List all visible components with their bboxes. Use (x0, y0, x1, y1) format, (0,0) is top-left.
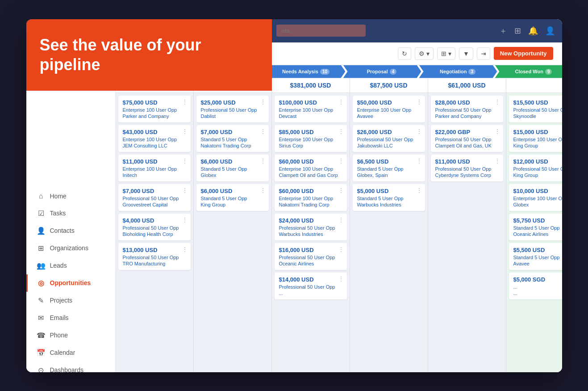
opp-card[interactable]: $100,000 USD Enterprise 100 User Opp Dev… (275, 96, 347, 122)
opp-card[interactable]: $12,000 USD Professional 50 User Opp Kin… (509, 155, 562, 181)
card-menu-icon[interactable]: ⋮ (182, 98, 188, 105)
sidebar-item-organizations[interactable]: ⊞ Organizations (26, 240, 115, 257)
card-menu-icon[interactable]: ⋮ (338, 128, 344, 135)
card-menu-icon[interactable]: ⋮ (416, 128, 422, 135)
sidebar-item-projects[interactable]: ✎ Projects (26, 292, 115, 309)
sidebar-item-dashboards[interactable]: ⊙ Dashboards (26, 362, 115, 372)
card-menu-icon[interactable]: ⋮ (182, 157, 188, 164)
opp-card[interactable]: $5,500 USD Standard 5 User Opp Avavee ⋮ (509, 243, 562, 270)
sidebar-item-opportunities[interactable]: ◎ Opportunities (26, 274, 115, 292)
card-company: Warbucks Industries (279, 231, 342, 237)
stage-header-proposal: Proposal 4 (343, 65, 421, 78)
card-menu-icon[interactable]: ⋮ (494, 128, 500, 135)
sidebar-item-leads[interactable]: 👥 Leads (26, 257, 115, 274)
opp-card[interactable]: $25,000 USD Professional 50 User Opp Dab… (196, 96, 269, 122)
bell-icon[interactable]: 🔔 (528, 26, 538, 36)
user-icon[interactable]: 👤 (545, 26, 555, 36)
search-input[interactable] (276, 25, 366, 37)
sidebar-item-calendar[interactable]: 📅 Calendar (26, 344, 115, 362)
card-menu-icon[interactable]: ⋮ (416, 157, 422, 164)
opp-card[interactable]: $14,000 USD Professional 50 User Opp ...… (275, 273, 347, 299)
opp-card[interactable]: $11,000 USD Enterprise 100 User Opp Init… (118, 155, 191, 181)
card-company: King Group (513, 172, 562, 178)
card-menu-icon[interactable]: ⋮ (182, 187, 188, 194)
sidebar-item-home[interactable]: ⌂ Home (26, 188, 115, 205)
opp-card[interactable]: $5,750 USD Standard 5 User Opp Oceanic A… (509, 214, 562, 240)
card-amount: $50,000 USD (357, 99, 421, 106)
opp-card[interactable]: $60,000 USD Enterprise 100 User Opp Clam… (275, 155, 347, 181)
card-menu-icon[interactable]: ⋮ (494, 98, 500, 105)
card-amount: $75,000 USD (123, 99, 186, 106)
sidebar-item-label: Emails (50, 314, 69, 321)
sidebar-item-phone[interactable]: ☎ Phone (26, 327, 115, 344)
opp-card[interactable]: $15,500 USD Professional 50 User Opp Sky… (509, 96, 562, 122)
opp-card[interactable]: $15,000 USD Enterprise 100 User Opp King… (509, 125, 562, 152)
view-button[interactable]: ⊞ ▾ (437, 47, 455, 60)
card-menu-icon[interactable]: ⋮ (338, 157, 344, 164)
card-amount: $25,000 USD (201, 99, 264, 106)
card-menu-icon[interactable]: ⋮ (182, 246, 188, 253)
top-bar-icons: ＋ ⊞ 🔔 👤 (499, 25, 555, 36)
card-amount: $5,500 USD (513, 247, 562, 253)
card-menu-icon[interactable]: ⋮ (494, 157, 500, 164)
card-menu-icon[interactable]: ⋮ (338, 275, 344, 282)
opp-card[interactable]: $24,000 USD Professional 50 User Opp War… (275, 214, 347, 240)
organizations-icon: ⊞ (37, 244, 46, 252)
dashboards-icon: ⊙ (37, 366, 46, 372)
sidebar: ⌂ Home ☑ Tasks 👤 Contacts ⊞ Organization… (26, 42, 116, 372)
card-menu-icon[interactable]: ⋮ (416, 187, 422, 194)
sidebar-item-label: Projects (50, 297, 73, 304)
opp-card[interactable]: $6,000 USD Standard 5 User Opp Globex ⋮ (196, 155, 269, 181)
card-menu-icon[interactable]: ⋮ (182, 128, 188, 135)
stage-column-proposal: $50,000 USD Enterprise 100 User Opp Avav… (350, 93, 428, 372)
opp-card[interactable]: $4,000 USD Professional 50 User Opp Bioh… (118, 214, 191, 240)
card-amount: $6,000 USD (201, 188, 264, 194)
new-opportunity-button[interactable]: New Opportunity (494, 47, 553, 60)
opp-card[interactable]: $50,000 USD Enterprise 100 User Opp Avav… (353, 96, 425, 122)
opp-card[interactable]: $26,000 USD Professional 50 User Opp Jak… (353, 125, 425, 152)
main-content: OPPORTUNITIES 2020 Projects ▾ ↻ ⚙ ▾ ⊞ ▾ … (116, 42, 562, 372)
card-menu-icon[interactable]: ⋮ (260, 157, 266, 164)
opp-card[interactable]: $60,000 USD Enterprise 100 User Opp Naka… (275, 184, 347, 211)
opp-card[interactable]: $10,000 USD Enterprise 100 User Opp Glob… (509, 184, 562, 211)
opp-card[interactable]: $6,000 USD Standard 5 User Opp King Grou… (196, 184, 269, 211)
card-menu-icon[interactable]: ⋮ (416, 98, 422, 105)
sidebar-item-tasks[interactable]: ☑ Tasks (26, 205, 115, 222)
card-menu-icon[interactable]: ⋮ (260, 187, 266, 194)
stage-header-needs-analysis: Needs Analysis 10 (267, 65, 346, 78)
stage-name: Negotiation (440, 69, 467, 74)
card-menu-icon[interactable]: ⋮ (338, 216, 344, 223)
opp-card[interactable]: $5,000 SGD ... ... ⋮ (509, 273, 562, 299)
export-button[interactable]: ⇥ (477, 47, 490, 60)
card-type: Professional 50 User Opp (279, 284, 342, 290)
card-menu-icon[interactable]: ⋮ (338, 246, 344, 253)
card-company: Parker and Company (435, 114, 499, 119)
card-type: Standard 5 User Opp (201, 137, 264, 142)
card-menu-icon[interactable]: ⋮ (260, 128, 266, 135)
stage-count: 4 (390, 69, 397, 75)
card-menu-icon[interactable]: ⋮ (338, 187, 344, 194)
opp-card[interactable]: $85,000 USD Enterprise 100 User Opp Siri… (275, 125, 347, 152)
filter-button[interactable]: ▼ (459, 47, 473, 60)
opp-card[interactable]: $13,000 USD Professional 50 User Opp TRO… (118, 243, 191, 270)
opp-card[interactable]: $28,000 USD Professional 50 User Opp Par… (431, 96, 503, 122)
settings-button[interactable]: ⚙ ▾ (415, 47, 434, 60)
opp-card[interactable]: $16,000 USD Professional 50 User Opp Oce… (275, 243, 347, 270)
opp-card[interactable]: $5,000 USD Standard 5 User Opp Warbucks … (353, 184, 425, 211)
card-menu-icon[interactable]: ⋮ (182, 216, 188, 223)
opp-card[interactable]: $6,500 USD Standard 5 User Opp Globex, S… (353, 155, 425, 181)
sidebar-item-emails[interactable]: ✉ Emails (26, 309, 115, 327)
opp-card[interactable]: $22,000 GBP Professional 50 User Opp Cla… (431, 125, 503, 152)
opp-card[interactable]: $43,000 USD Enterprise 100 User Opp JEM … (118, 125, 191, 152)
add-icon[interactable]: ＋ (499, 25, 507, 36)
grid-icon[interactable]: ⊞ (514, 26, 521, 36)
opp-card[interactable]: $7,000 USD Professional 50 User Opp Groo… (118, 184, 191, 211)
card-menu-icon[interactable]: ⋮ (338, 98, 344, 105)
opp-card[interactable]: $75,000 USD Enterprise 100 User Opp Park… (118, 96, 191, 122)
opp-card[interactable]: $7,000 USD Standard 5 User Opp Nakatomi … (196, 125, 269, 152)
sidebar-item-contacts[interactable]: 👤 Contacts (26, 222, 115, 240)
opp-card[interactable]: $11,000 USD Professional 50 User Opp Cyb… (431, 155, 503, 181)
stage-header-negotiation: Negotiation 3 (419, 65, 497, 78)
refresh-button[interactable]: ↻ (398, 47, 411, 60)
card-menu-icon[interactable]: ⋮ (260, 98, 266, 105)
